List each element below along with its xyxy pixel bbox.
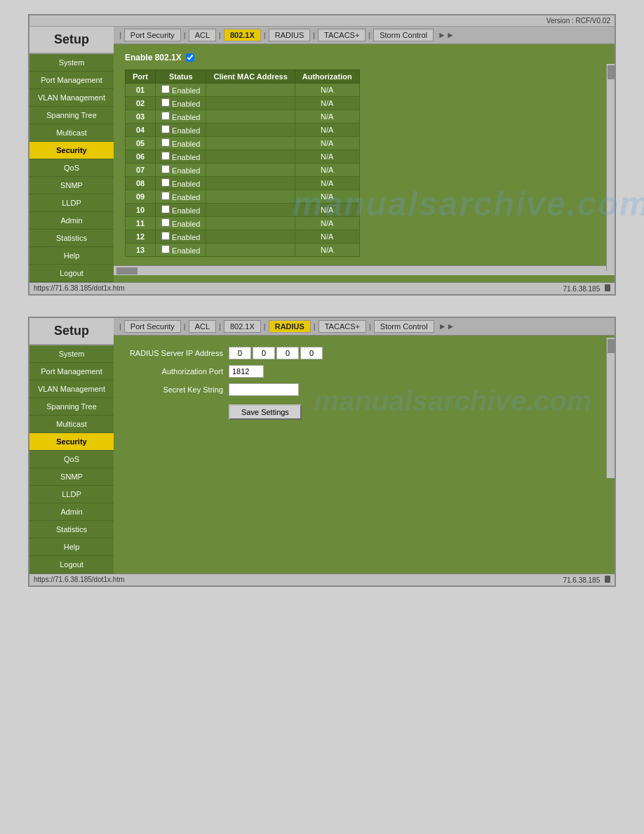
sidebar-item-system-2[interactable]: System	[29, 345, 114, 363]
sidebar-item-statistics-1[interactable]: Statistics	[29, 230, 114, 247]
status-ip-1: 71.6.38.185	[563, 284, 610, 293]
auth-cell: N/A	[295, 230, 359, 244]
auth-cell: N/A	[295, 110, 359, 124]
auth-cell: N/A	[295, 97, 359, 110]
port-checkbox[interactable]	[161, 125, 170, 133]
tab-8021x-1[interactable]: 802.1X	[224, 29, 261, 41]
sidebar-item-vlan-1[interactable]: VLAN Management	[29, 89, 114, 107]
sidebar-item-portmgmt-1[interactable]: Port Management	[29, 72, 114, 89]
ip-octet-2[interactable]	[253, 347, 275, 359]
tab-stormcontrol-1[interactable]: Storm Control	[373, 29, 434, 41]
tab-portsecurity-2[interactable]: Port Security	[124, 320, 181, 333]
scrollbar-thumb-2[interactable]	[608, 339, 615, 353]
port-checkbox[interactable]	[161, 98, 170, 107]
separator-6: |	[368, 31, 370, 39]
sidebar-item-help-2[interactable]: Help	[29, 538, 114, 556]
scrollbar-thumb-1[interactable]	[608, 65, 615, 79]
mac-cell	[206, 84, 295, 97]
tab-portsecurity-1[interactable]: Port Security	[124, 29, 181, 41]
port-checkbox[interactable]	[161, 245, 170, 253]
table-row: 03 EnabledN/A	[126, 110, 360, 124]
hscroll-thumb-1[interactable]	[116, 267, 137, 274]
table-row: 04 EnabledN/A	[126, 124, 360, 137]
auth-cell: N/A	[295, 204, 359, 217]
status-cell: Enabled	[156, 230, 206, 244]
secret-key-input[interactable]	[229, 383, 299, 396]
sidebar-item-help-1[interactable]: Help	[29, 247, 114, 265]
table-scroll-wrapper: Port Status Client MAC Address Authoriza…	[125, 70, 603, 257]
tab-bar-2: | Port Security | ACL | 802.1X | RADIUS …	[114, 318, 615, 336]
ip-octet-3[interactable]	[276, 347, 299, 359]
port-cell: 06	[126, 150, 156, 164]
port-checkbox[interactable]	[161, 138, 170, 147]
port-checkbox[interactable]	[161, 232, 170, 240]
tab-stormcontrol-2[interactable]: Storm Control	[374, 320, 434, 333]
lock-icon-1	[605, 284, 610, 291]
status-cell: Enabled	[156, 97, 206, 110]
sidebar-item-logout-2[interactable]: Logout	[29, 556, 114, 574]
sidebar-title-2: Setup	[29, 318, 114, 345]
tab-scroll-arrow-2[interactable]: ►►	[438, 322, 455, 331]
col-status: Status	[156, 70, 206, 84]
form-row-serverip: RADIUS Server IP Address	[125, 347, 603, 359]
sep2-6: |	[369, 322, 371, 331]
save-settings-button[interactable]: Save Settings	[229, 404, 302, 420]
port-checkbox[interactable]	[161, 192, 170, 200]
sidebar-item-admin-2[interactable]: Admin	[29, 503, 114, 521]
status-cell: Enabled	[156, 164, 206, 177]
sidebar-item-spanning-1[interactable]: Spanning Tree	[29, 107, 114, 124]
port-checkbox[interactable]	[161, 218, 170, 227]
port-checkbox[interactable]	[161, 178, 170, 187]
sidebar-item-security-1[interactable]: Security	[29, 142, 114, 159]
sidebar-item-vlan-2[interactable]: VLAN Management	[29, 380, 114, 398]
sidebar-item-security-2[interactable]: Security	[29, 433, 114, 451]
port-checkbox[interactable]	[161, 85, 170, 93]
ip-octet-1[interactable]	[229, 347, 251, 359]
sidebar-item-qos-1[interactable]: QoS	[29, 159, 114, 177]
enable-802-1x-checkbox[interactable]	[186, 53, 194, 62]
tab-scroll-arrow-1[interactable]: ►►	[438, 30, 455, 40]
save-btn-row: Save Settings	[125, 404, 603, 420]
port-checkbox[interactable]	[161, 165, 170, 173]
sidebar-item-lldp-1[interactable]: LLDP	[29, 194, 114, 212]
port-cell: 12	[126, 230, 156, 244]
tab-acl-2[interactable]: ACL	[189, 320, 216, 333]
sidebar-item-snmp-2[interactable]: SNMP	[29, 468, 114, 486]
tab-radius-2[interactable]: RADIUS	[269, 320, 311, 333]
version-text-1: Version : RCF/V0.02	[546, 17, 610, 25]
auth-port-input[interactable]	[229, 365, 264, 378]
status-url-2: https://71.6.38.185/dot1x.htm	[34, 576, 125, 584]
ip-octet-4[interactable]	[300, 347, 323, 359]
auth-cell: N/A	[295, 84, 359, 97]
sidebar-item-admin-1[interactable]: Admin	[29, 212, 114, 230]
separator-3: |	[219, 31, 221, 39]
port-cell: 08	[126, 177, 156, 190]
port-checkbox[interactable]	[161, 152, 170, 160]
sidebar-item-multicast-1[interactable]: Multicast	[29, 124, 114, 142]
sidebar-item-multicast-2[interactable]: Multicast	[29, 416, 114, 433]
sidebar-item-system-1[interactable]: System	[29, 54, 114, 72]
tab-tacacs-2[interactable]: TACACS+	[318, 320, 366, 333]
sidebar-item-lldp-2[interactable]: LLDP	[29, 486, 114, 503]
auth-cell: N/A	[295, 164, 359, 177]
tab-8021x-2[interactable]: 802.1X	[224, 320, 261, 333]
scrollbar-1[interactable]	[606, 64, 615, 271]
tab-tacacs-1[interactable]: TACACS+	[318, 29, 365, 41]
sidebar-item-statistics-2[interactable]: Statistics	[29, 521, 114, 538]
tab-acl-1[interactable]: ACL	[189, 29, 216, 41]
mac-cell	[206, 150, 295, 164]
mac-cell	[206, 124, 295, 137]
separator-5: |	[313, 31, 315, 39]
sidebar-item-qos-2[interactable]: QoS	[29, 451, 114, 468]
sidebar-item-portmgmt-2[interactable]: Port Management	[29, 363, 114, 380]
sidebar-item-spanning-2[interactable]: Spanning Tree	[29, 398, 114, 416]
sidebar-item-snmp-1[interactable]: SNMP	[29, 177, 114, 194]
table-row: 09 EnabledN/A	[126, 190, 360, 204]
main-content-1: | Port Security | ACL | 802.1X | RADIUS …	[114, 27, 615, 282]
tab-radius-1[interactable]: RADIUS	[269, 29, 311, 41]
scrollbar-2[interactable]	[606, 338, 615, 478]
port-checkbox[interactable]	[161, 205, 170, 213]
sidebar-item-logout-1[interactable]: Logout	[29, 265, 114, 282]
port-checkbox[interactable]	[161, 112, 170, 120]
table-row: 01 EnabledN/A	[126, 84, 360, 97]
